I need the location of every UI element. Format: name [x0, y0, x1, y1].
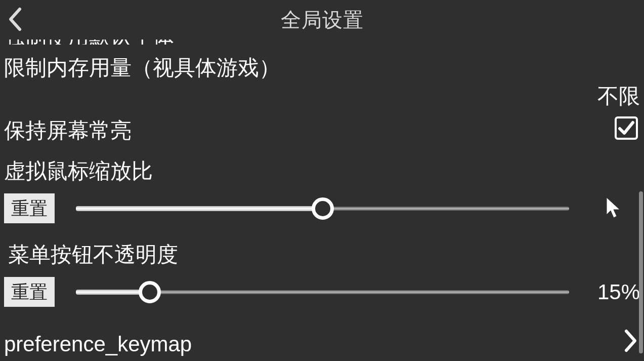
- header: 全局设置: [0, 0, 644, 39]
- chevron-right-icon: [624, 329, 638, 355]
- setting-label: preference_keymap: [4, 332, 640, 356]
- slider-menu-opacity[interactable]: [76, 279, 569, 305]
- slider-mouse-scale[interactable]: [76, 196, 569, 221]
- setting-label: 虚拟鼠标缩放比: [4, 155, 640, 190]
- setting-label: 保持屏幕常亮: [4, 114, 640, 150]
- setting-label: 强制使用默认字体: [4, 39, 174, 45]
- opacity-value: 15%: [597, 280, 640, 304]
- setting-label: 限制内存用量（视具体游戏）: [4, 52, 640, 87]
- setting-label: 菜单按钮不透明度: [8, 238, 640, 274]
- check-icon: [618, 119, 635, 137]
- checkbox-keep-screen-on[interactable]: [615, 116, 638, 140]
- setting-preference-keymap[interactable]: preference_keymap: [0, 322, 644, 361]
- settings-list: 强制使用默认字体 限制内存用量（视具体游戏） 不限 保持屏幕常亮 虚拟鼠标缩放比…: [0, 39, 644, 361]
- page-title: 全局设置: [281, 6, 364, 34]
- scrollbar[interactable]: [639, 191, 643, 353]
- cursor-icon: [605, 196, 623, 221]
- setting-keep-screen-on[interactable]: 保持屏幕常亮: [0, 114, 644, 150]
- chevron-left-icon: [7, 7, 22, 32]
- back-button[interactable]: [2, 4, 27, 34]
- slider-row-virtual-mouse-scale: 重置: [0, 193, 644, 223]
- reset-button-mouse-scale[interactable]: 重置: [4, 193, 55, 223]
- reset-button-opacity[interactable]: 重置: [4, 277, 55, 307]
- setting-virtual-mouse-scale: 虚拟鼠标缩放比: [0, 155, 644, 190]
- setting-value: 不限: [597, 82, 640, 110]
- slider-thumb[interactable]: [139, 281, 161, 303]
- setting-force-default-font[interactable]: 强制使用默认字体: [0, 39, 644, 45]
- setting-limit-memory[interactable]: 限制内存用量（视具体游戏） 不限: [0, 52, 644, 87]
- slider-thumb[interactable]: [312, 197, 334, 220]
- setting-menu-button-opacity: 菜单按钮不透明度: [0, 238, 644, 274]
- slider-row-menu-opacity: 重置 15%: [0, 277, 644, 307]
